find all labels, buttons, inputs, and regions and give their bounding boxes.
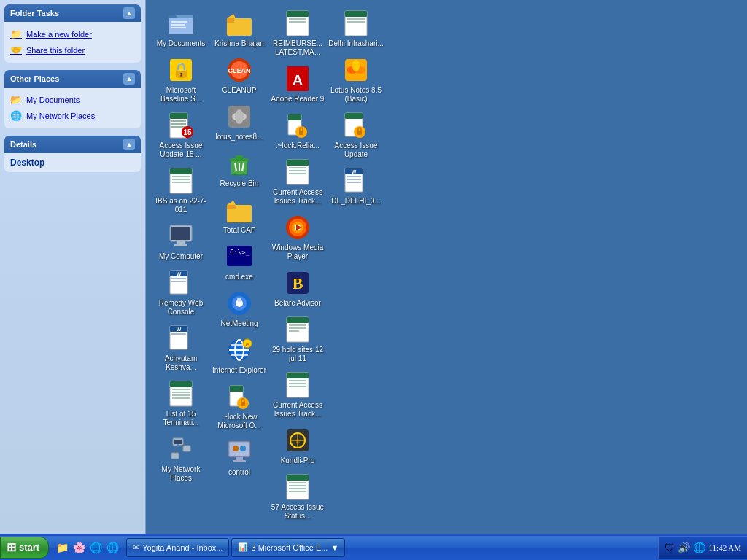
my-documents-icon[interactable]: My Documents [152,6,210,51]
krishna-bhajan-label: Krishna Bhajan [214,39,264,48]
svg-point-138 [352,60,360,71]
lotus-notes8-icon[interactable]: lotus_notes8... [210,99,268,144]
recycle-bin-icon[interactable]: Recycle Bin [210,146,268,191]
ms-baseline-icon[interactable]: 🔒 Microsoft Baseline S... [152,52,210,106]
svg-text:15: 15 [183,128,192,136]
outlook-btn-label: Yogita Anand - Inbox... [142,543,222,552]
svg-rect-84 [233,460,246,462]
svg-text:B: B [293,274,303,292]
control-icon[interactable]: control [210,435,268,480]
access-status-img [283,472,312,502]
belarc-icon[interactable]: B Belarc Advisor [268,265,327,311]
recycle-bin-label: Recycle Bin [220,179,259,188]
current-access-excel-img [283,158,312,187]
kundli-img: ☆ [283,426,312,455]
volume-tray-icon[interactable]: 🔊 [678,542,690,553]
lock-relia-icon[interactable]: .~lock.Relia... [268,108,327,153]
my-computer-icon[interactable]: My Computer [152,219,210,264]
details-header[interactable]: Details ▲ [4,136,141,153]
current-access2-img [283,370,312,400]
adobe-reader-icon[interactable]: A Adobe Reader 9 [268,61,327,106]
office-taskbar-btn[interactable]: 📊 3 Microsoft Office E... ▼ [231,538,345,557]
current-access-excel-icon[interactable]: Current Access Issues Track... [268,155,327,209]
achyutam-label: Achyutam Keshva... [153,354,209,372]
current-access2-icon[interactable]: Current Access Issues Track... [268,368,327,421]
desktop: Folder Tasks ▲ 📁 Make a new folder 🤝 Sha… [0,0,747,534]
remedy-web-icon[interactable]: W Remedy Web Console [152,265,210,319]
lock-relia-img [283,111,312,140]
my-documents-label: My Documents [157,39,206,48]
lotus-notes8-img [225,102,254,131]
access-issue-update-icon[interactable]: 15 Access Issue Update 15 ... [152,108,210,162]
kundli-icon[interactable]: ☆ Kundli-Pro [268,423,327,468]
total-caf-icon[interactable]: Total CAF [210,192,268,238]
access-status-icon[interactable]: 57 Access Issue Status... [268,470,327,524]
svg-rect-128 [289,485,306,486]
quick-ie-icon[interactable]: 🌐 [88,540,103,555]
list-15-icon[interactable]: List of 15 Terminati... [152,376,210,430]
ie-icon[interactable]: e Internet Explorer [210,332,268,378]
outlook-taskbar-btn[interactable]: ✉ Yogita Anand - Inbox... [126,538,229,557]
access-update-icon[interactable]: Access Issue Update [327,108,385,162]
my-documents-panel-link[interactable]: 📂 My Documents [7,92,138,108]
details-content: Desktop [10,158,44,168]
delhi-label: Delhi Infrashari... [328,39,384,48]
wmp-icon[interactable]: Windows Media Player [268,210,327,264]
netmeeting-label: NetMeeting [220,319,258,328]
svg-marker-60 [227,201,236,205]
folder-tasks-header[interactable]: Folder Tasks ▲ [4,4,141,22]
achyutam-icon[interactable]: W Achyutam Keshva... [152,321,210,375]
svg-rect-11 [171,123,186,125]
reimburse-icon[interactable]: REIMBURSE... LATEST,MA... [268,6,327,60]
network-places-panel-link[interactable]: 🌐 My Network Places [7,108,138,124]
svg-rect-3 [171,21,187,23]
svg-text:e: e [246,341,249,348]
my-network-icon[interactable]: My Network Places [152,432,210,486]
svg-rect-134 [347,21,365,23]
other-places-collapse[interactable]: ▲ [123,73,135,85]
svg-rect-133 [347,18,365,20]
other-places-header[interactable]: Other Places ▲ [4,70,141,88]
delhi-icon[interactable]: Delhi Infrashari... [327,6,385,51]
svg-rect-113 [289,327,306,329]
cmd-icon[interactable]: C:\>_ cmd.exe [210,239,268,284]
make-new-folder-link[interactable]: 📁 Make a new folder [7,26,138,42]
share-folder-link[interactable]: 🤝 Share this folder [7,42,138,58]
shield-tray-icon[interactable]: 🛡 [665,542,675,553]
svg-point-45 [177,444,179,447]
svg-rect-129 [289,488,306,489]
svg-rect-37 [172,394,190,396]
krishna-bhajan-img [225,9,254,38]
ibs-icon[interactable]: IBS as on 22-7-011 [152,163,210,217]
start-button[interactable]: ⊞ start [0,537,49,559]
krishna-bhajan-icon[interactable]: Krishna Bhajan [210,6,268,51]
quick-ie2-icon[interactable]: 🌐 [105,540,120,555]
dl-delhi-label: DL_DELHI_0... [331,197,380,206]
belarc-label: Belarc Advisor [274,299,321,308]
taskbar: ⊞ start 📁 🌸 🌐 🌐 ✉ Yogita Anand - Inbox..… [0,534,747,560]
svg-rect-42 [171,453,179,459]
svg-text:C:\>_: C:\>_ [230,249,250,256]
hold-sites-img [283,315,312,344]
folder-tasks-collapse[interactable]: ▲ [123,7,135,19]
start-logo: ⊞ [7,540,16,554]
recycle-bin-img [225,149,254,178]
svg-rect-102 [289,173,306,174]
hold-sites-icon[interactable]: 29 hold sites 12 jul 11 [268,312,327,366]
details-title: Details [10,140,36,149]
details-collapse[interactable]: ▲ [123,139,135,150]
dl-delhi-icon[interactable]: W DL_DELHI_0... [327,163,385,209]
svg-rect-35 [172,389,190,390]
cleanup-icon[interactable]: CLEAN CLEANUP [210,52,268,98]
netmeeting-icon[interactable]: NetMeeting [210,286,268,331]
svg-rect-5 [171,27,186,28]
svg-rect-21 [171,227,190,240]
lock-new-label: .~lock.New Microsoft O... [212,413,267,430]
network-tray-icon[interactable]: 🌐 [693,542,705,553]
lock-new-img [225,382,254,411]
quick-folder-icon[interactable]: 📁 [55,540,69,555]
lotus-notes-icon[interactable]: Lotus Notes 8.5 (Basic) [327,52,385,106]
lock-new-icon[interactable]: .~lock.New Microsoft O... [210,379,268,433]
taskbar-buttons: ✉ Yogita Anand - Inbox... 📊 3 Microsoft … [123,538,658,557]
quick-lotus-icon[interactable]: 🌸 [71,540,86,555]
